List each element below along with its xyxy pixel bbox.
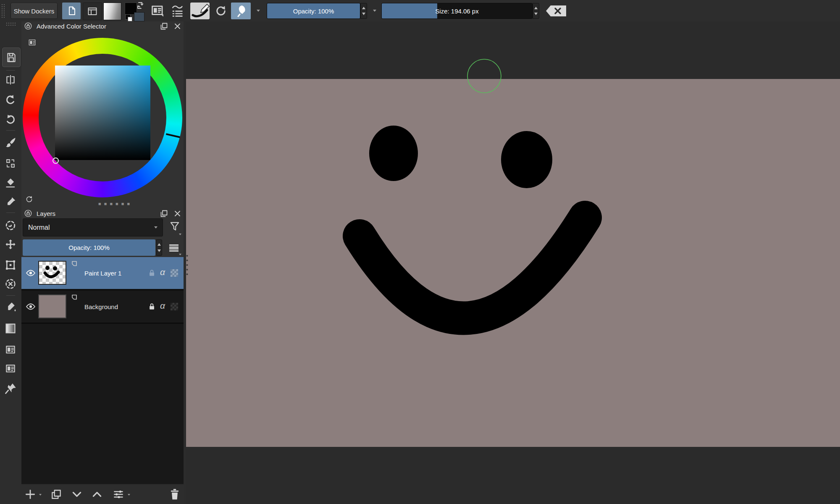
- undo-icon: [4, 94, 17, 106]
- brush-tool-icon: [235, 5, 247, 17]
- reset-colors-white-swatch[interactable]: [128, 17, 132, 21]
- blend-mode-select[interactable]: Normal: [23, 218, 163, 236]
- layer-properties-button[interactable]: [112, 488, 125, 501]
- spin-down-icon[interactable]: [362, 13, 365, 15]
- layers-lock-icon[interactable]: [24, 210, 32, 217]
- filter-funnel-icon[interactable]: [169, 220, 181, 232]
- visibility-eye-icon[interactable]: [26, 268, 36, 278]
- workspace-layout-icon: [87, 6, 98, 17]
- freehand-brush-tool[interactable]: [4, 136, 17, 150]
- layer-thumbnail[interactable]: [38, 294, 66, 318]
- layer-alpha-icon[interactable]: α: [160, 267, 165, 277]
- layer-lock-icon[interactable]: [148, 269, 156, 277]
- move-layer-up-button[interactable]: [91, 488, 103, 501]
- pin-button[interactable]: [4, 382, 17, 395]
- layers-menu-caret[interactable]: [179, 254, 181, 255]
- eyedropper-icon: [5, 196, 16, 208]
- clear-value-button[interactable]: [545, 4, 567, 18]
- show-docker-button[interactable]: [150, 3, 165, 18]
- add-layer-options-caret[interactable]: [39, 494, 42, 496]
- gradient-swatch-button[interactable]: [103, 3, 121, 20]
- size-slider-fill: [382, 3, 437, 18]
- save-button[interactable]: [2, 47, 21, 67]
- acs-close-icon[interactable]: [174, 23, 181, 30]
- brush-options-caret[interactable]: [257, 10, 260, 12]
- move-tool[interactable]: [4, 238, 17, 252]
- properties-options-caret[interactable]: [128, 494, 130, 496]
- saturation-value-square[interactable]: [55, 66, 150, 160]
- opacity-spinner[interactable]: [360, 3, 367, 19]
- freehand-selection-tool[interactable]: [4, 219, 17, 233]
- gradient-tool[interactable]: [4, 322, 17, 335]
- transform-icon: [4, 259, 17, 271]
- toolbar-grip[interactable]: [1, 4, 6, 18]
- layer-name: Paint Layer 1: [84, 257, 121, 289]
- background-color-swatch[interactable]: [134, 12, 144, 21]
- inherit-alpha-icon[interactable]: [171, 303, 178, 310]
- eraser-icon: [5, 177, 16, 189]
- transform-tool[interactable]: [4, 258, 17, 272]
- visibility-eye-icon[interactable]: [26, 302, 36, 312]
- delete-layer-button[interactable]: [168, 488, 181, 501]
- size-spinner[interactable]: [533, 3, 539, 19]
- docker-panel-button-a[interactable]: [4, 343, 17, 357]
- layer-lock-icon[interactable]: [148, 302, 156, 311]
- layer-opacity-spinner[interactable]: [156, 239, 162, 256]
- duplicate-layer-button[interactable]: [50, 488, 63, 501]
- canvas[interactable]: [186, 21, 840, 504]
- color-indicator[interactable]: [52, 158, 59, 164]
- spin-down-icon[interactable]: [158, 249, 161, 252]
- add-layer-button[interactable]: [24, 488, 37, 501]
- spin-down-icon[interactable]: [534, 13, 538, 15]
- edit-brush-icon: [190, 3, 210, 19]
- acs-float-icon[interactable]: [160, 23, 168, 30]
- layer-row-paint-layer-1[interactable]: Paint Layer 1 α: [21, 257, 184, 291]
- swap-pattern-icon: [5, 158, 16, 169]
- docker-panel-button-b[interactable]: [4, 362, 17, 375]
- layers-close-icon[interactable]: [174, 210, 181, 217]
- edit-brush-settings-button[interactable]: [190, 3, 210, 19]
- mirror-view-tool[interactable]: [4, 73, 17, 87]
- workspace-chooser-button[interactable]: [83, 3, 102, 20]
- inherit-alpha-icon[interactable]: [171, 269, 178, 277]
- acs-refresh-icon[interactable]: [25, 195, 34, 204]
- color-sampler-tool[interactable]: [4, 195, 17, 209]
- redo-button[interactable]: [4, 113, 17, 126]
- spin-up-icon[interactable]: [362, 7, 365, 9]
- layers-float-icon[interactable]: [160, 210, 168, 217]
- opacity-options-caret[interactable]: [373, 10, 376, 12]
- reload-preset-button[interactable]: [214, 4, 228, 18]
- acs-lock-icon[interactable]: [24, 22, 32, 30]
- layer-row-background[interactable]: Background α: [21, 291, 184, 324]
- layer-alpha-icon[interactable]: α: [160, 301, 165, 311]
- docker-splitter-handle[interactable]: ■ ■ ■ ■ ■ ■: [98, 202, 131, 205]
- show-dockers-button[interactable]: Show Dockers: [10, 3, 58, 19]
- opacity-slider[interactable]: Opacity: 100%: [267, 3, 360, 19]
- acs-settings-icon[interactable]: [28, 39, 36, 47]
- spin-up-icon[interactable]: [534, 7, 538, 9]
- layer-thumbnail[interactable]: [38, 261, 66, 285]
- brush-presets-button[interactable]: [171, 3, 185, 18]
- layers-menu-icon[interactable]: [169, 244, 178, 252]
- spin-up-icon[interactable]: [158, 243, 161, 246]
- freehand-brush-tool-button[interactable]: [231, 3, 251, 19]
- undo-button[interactable]: [4, 93, 17, 107]
- top-toolbar: Show Dockers: [0, 0, 840, 22]
- new-document-button[interactable]: [62, 3, 81, 19]
- filter-options-caret[interactable]: [179, 234, 181, 235]
- similar-color-selection-tool[interactable]: [4, 277, 17, 291]
- size-slider[interactable]: Size: 194.06 px: [381, 3, 533, 19]
- move-layer-down-button[interactable]: [71, 488, 83, 501]
- layers-bottom-bar: [21, 484, 184, 504]
- canvas-viewport[interactable]: [186, 21, 840, 504]
- layer-opacity-slider[interactable]: Opacity: 100%: [23, 239, 155, 256]
- swap-colors-icon[interactable]: [136, 1, 144, 10]
- brush-icon: [4, 137, 17, 150]
- toolbox-grip[interactable]: [6, 22, 16, 26]
- foreground-background-colors[interactable]: [123, 1, 145, 21]
- fill-tool[interactable]: [4, 301, 17, 315]
- opacity-slider-label: Opacity: 100%: [293, 8, 334, 15]
- eraser-tool[interactable]: [4, 176, 17, 190]
- pattern-swap-tool[interactable]: [4, 157, 17, 170]
- canvas-paper[interactable]: [186, 79, 840, 447]
